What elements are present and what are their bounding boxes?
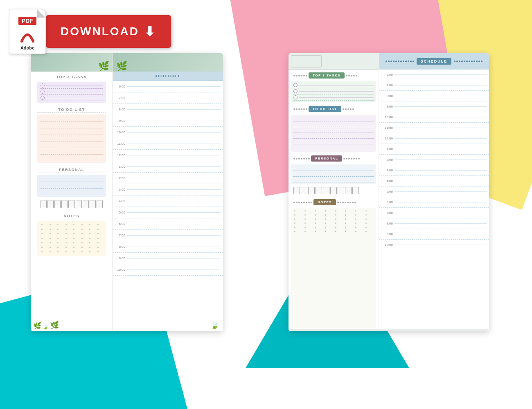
doc2-todo-row <box>293 144 374 150</box>
dot <box>65 238 67 239</box>
dot <box>315 214 316 216</box>
schedule-dot <box>410 61 412 62</box>
dot <box>355 231 356 232</box>
dot <box>41 242 43 243</box>
doc2-task-row <box>293 94 374 101</box>
doc2-time-label: 12:00 <box>381 137 394 140</box>
dot <box>73 233 74 234</box>
doc2-habit-box <box>338 187 344 194</box>
doc2-time-label: 5:00 <box>381 190 394 193</box>
banner-dot <box>358 158 360 160</box>
dot <box>325 218 326 220</box>
doc2-personal-row <box>293 171 374 177</box>
schedule-dot <box>390 61 392 62</box>
dot <box>41 238 43 239</box>
dot <box>355 214 356 216</box>
time-label: 11:00 <box>115 142 127 146</box>
schedule-dot <box>405 61 407 62</box>
schedule-dot <box>454 61 455 62</box>
todo-row <box>41 128 103 135</box>
time-line <box>127 155 221 155</box>
download-button[interactable]: DOWNLOAD ⬇ <box>46 15 171 48</box>
todo-row <box>41 115 103 122</box>
dot <box>81 251 83 252</box>
doc2-personal-row <box>293 177 374 182</box>
banner-dot <box>350 108 352 110</box>
doc1: 🌿 TOP 3 TASKS TO DO LIST <box>31 53 223 331</box>
banner-dots-right <box>343 158 360 160</box>
doc2-right-bottom-bar <box>379 329 489 331</box>
time-line <box>127 132 221 133</box>
banner-dot <box>306 158 307 160</box>
doc2-todo-row <box>293 133 374 139</box>
time-line <box>127 235 221 236</box>
dot <box>57 229 59 230</box>
habit-box <box>54 200 61 208</box>
doc2-tasks-header: TOP 3 TASKS <box>291 71 376 80</box>
doc2-task-row <box>293 88 374 94</box>
schedule-dots-left <box>385 61 414 62</box>
banner-dot <box>298 158 300 160</box>
schedule-times: 6:00 7:00 8:00 9:00 10:00 11:00 12:00 1:… <box>113 81 223 319</box>
schedule-time-row: 12:00 <box>113 150 223 161</box>
dot <box>325 231 326 232</box>
dot <box>294 210 295 211</box>
dot <box>41 229 43 230</box>
dot <box>50 233 51 234</box>
doc2-time-line <box>394 170 487 171</box>
doc2-personal-section <box>291 164 376 184</box>
banner-dots-left <box>293 108 307 110</box>
banner-dots-left <box>293 75 307 76</box>
banner-dot <box>351 75 352 76</box>
doc2-schedule-row: 8:00 <box>379 218 489 229</box>
doc2-schedule-header-bar: SCHEDULE <box>379 53 489 70</box>
habit-box <box>47 200 54 208</box>
doc2-time-line <box>394 213 487 213</box>
banner-dot <box>346 75 347 76</box>
banner-dots-right <box>346 75 357 76</box>
banner-dot <box>303 108 305 110</box>
dot <box>325 210 326 211</box>
task-circle <box>41 90 45 94</box>
dot <box>304 231 306 232</box>
time-line <box>127 224 221 224</box>
dot <box>97 233 99 234</box>
doc2-time-line <box>394 160 487 160</box>
dot <box>315 222 316 224</box>
dot <box>65 251 67 252</box>
doc2-todo-header: TO DO LIST <box>291 105 376 113</box>
personal-section <box>37 175 106 197</box>
banner-row: TOP 3 TASKS <box>293 72 374 79</box>
dot <box>345 218 346 220</box>
time-label: 10:00 <box>115 130 127 134</box>
schedule-dot <box>393 61 394 62</box>
dot <box>65 224 67 225</box>
top3tasks-label: TOP 3 TASKS <box>37 73 106 80</box>
time-line <box>127 86 221 87</box>
banner-row: PERSONAL <box>293 155 374 162</box>
doc2-schedule-row: 11:00 <box>379 123 489 133</box>
time-label: 10:00 <box>115 268 127 272</box>
banner-dot <box>293 108 295 110</box>
doc2-time-line <box>394 245 487 245</box>
schedule-dot <box>461 61 463 62</box>
dot <box>355 227 356 228</box>
dot <box>81 233 83 234</box>
doc2-schedule-row: 10:00 <box>379 112 489 123</box>
schedule-time-row: 9:00 <box>113 253 223 264</box>
habit-box <box>41 200 47 208</box>
task-line <box>299 91 374 92</box>
personal-container: PERSONAL <box>34 166 109 211</box>
doc2-notes-banner-label: NOTES <box>313 199 336 205</box>
doc2-personal-banner-label: PERSONAL <box>311 155 342 162</box>
dot <box>41 251 43 252</box>
banner-dot <box>340 202 341 203</box>
time-line <box>127 247 221 247</box>
download-banner: PDF Adobe DOWNLOAD ⬇ <box>9 9 171 54</box>
time-line <box>127 98 221 98</box>
schedule-time-row: 1:00 <box>113 161 223 173</box>
doc2: TOP 3 TASKS <box>289 53 489 331</box>
banner-dot <box>296 158 298 160</box>
doc1-right-panel: 🌿 SCHEDULE 6:00 7:00 8:00 9:00 10:00 11:… <box>113 53 223 331</box>
acrobat-icon <box>18 27 36 45</box>
